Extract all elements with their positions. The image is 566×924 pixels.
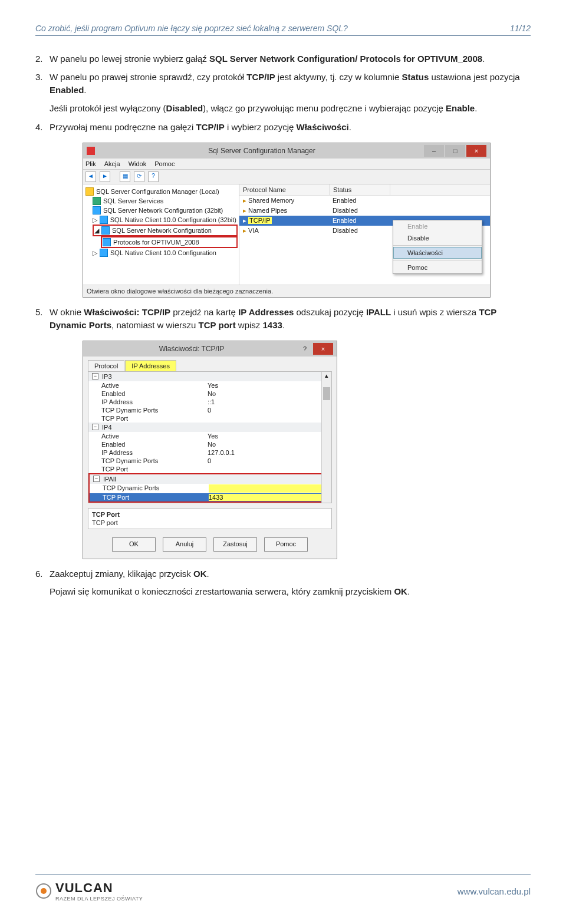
tree-item[interactable]: SQL Server Services xyxy=(84,196,238,206)
step-4: 4. Przywołaj menu podręczne na gałęzi TC… xyxy=(35,121,531,134)
page-footer: VULCAN RAZEM DLA LEPSZEJ OŚWIATY www.vul… xyxy=(35,874,531,902)
property-row[interactable]: TCP Dynamic Ports xyxy=(90,484,330,493)
refresh-icon[interactable]: ⟳ xyxy=(134,171,144,182)
section-header[interactable]: −IPAll xyxy=(90,474,330,484)
tree-item[interactable]: ▷SQL Native Client 10.0 Configuration xyxy=(84,248,238,258)
property-row[interactable]: TCP Port xyxy=(88,414,331,423)
t: przejdź na kartę xyxy=(170,307,238,317)
context-item-highlighted[interactable]: Właściwości xyxy=(393,247,482,259)
help-icon[interactable]: ? xyxy=(148,171,159,182)
collapse-icon[interactable]: − xyxy=(92,424,98,430)
tree-item[interactable]: SQL Server Configuration Manager (Local) xyxy=(84,187,238,196)
button-row: OK Anuluj Zastosuj Pomoc xyxy=(83,533,337,559)
tree-item[interactable]: SQL Server Network Configuration (32bit) xyxy=(84,206,238,215)
step-6: 6. Zaakceptuj zmiany, klikając przycisk … xyxy=(35,567,531,581)
status-bar: Otwiera okno dialogowe właściwości dla b… xyxy=(83,285,490,297)
t: OK xyxy=(394,586,407,596)
t: i wybierz pozycję xyxy=(225,122,297,132)
tree-item[interactable]: ▷SQL Native Client 10.0 Configuration (3… xyxy=(84,215,238,225)
section-header[interactable]: −IP4 xyxy=(88,423,331,432)
tab-ip-addresses[interactable]: IP Addresses xyxy=(125,360,176,371)
col-header[interactable]: Status xyxy=(330,184,390,195)
forward-icon[interactable]: ► xyxy=(100,171,110,182)
property-row[interactable]: EnabledNo xyxy=(88,390,331,398)
t: TCP/IP xyxy=(196,122,224,132)
t: Enabled xyxy=(50,85,84,95)
apply-button[interactable]: Zastosuj xyxy=(213,537,257,552)
step-5: 5. W oknie Właściwości: TCP/IP przejdź n… xyxy=(35,306,531,332)
scrollbar[interactable]: ▴ xyxy=(321,372,331,503)
close-button[interactable]: × xyxy=(313,343,333,355)
cancel-button[interactable]: Anuluj xyxy=(163,537,206,552)
config-manager-window: Sql Server Configuration Manager – □ × P… xyxy=(83,143,491,298)
close-button[interactable]: × xyxy=(466,145,486,157)
ok-button[interactable]: OK xyxy=(112,537,156,552)
window-title: Sql Server Configuration Manager xyxy=(100,147,424,155)
step-text: W panelu po prawej stronie sprawdź, czy … xyxy=(50,71,531,97)
t: W panelu po prawej stronie sprawdź, czy … xyxy=(50,72,246,82)
step-number: 3. xyxy=(35,71,50,97)
t: . xyxy=(482,54,485,64)
context-item[interactable]: Disable xyxy=(393,232,482,244)
tree-item-highlighted[interactable]: ◢SQL Server Network Configuration xyxy=(93,225,238,236)
help-button[interactable]: Pomoc xyxy=(264,537,308,552)
property-row[interactable]: IP Address::1 xyxy=(88,398,331,406)
t: IP Addresses xyxy=(238,307,294,317)
menu-item[interactable]: Akcja xyxy=(104,160,120,167)
collapse-icon[interactable]: − xyxy=(93,476,100,482)
t: jest aktywny, tj. czy w kolumnie xyxy=(275,72,402,82)
t: odszukaj pozycję xyxy=(294,307,366,317)
header-page: 11/12 xyxy=(510,24,531,33)
t: Status xyxy=(402,72,429,82)
app-icon xyxy=(87,147,95,155)
brand-tagline: RAZEM DLA LEPSZEJ OŚWIATY xyxy=(55,896,143,902)
property-row[interactable]: TCP Dynamic Ports0 xyxy=(88,406,331,414)
context-menu: Enable Disable Właściwości Pomoc xyxy=(393,220,482,274)
maximize-button[interactable]: □ xyxy=(445,145,465,157)
menu-bar: Plik Akcja Widok Pomoc xyxy=(83,159,490,170)
back-icon[interactable]: ◄ xyxy=(85,171,96,182)
context-item[interactable]: Enable xyxy=(393,220,482,232)
list-row[interactable]: ▸ Named PipesDisabled xyxy=(239,206,490,216)
property-row[interactable]: ActiveYes xyxy=(88,432,331,440)
t: W oknie xyxy=(50,307,84,317)
t: , natomiast w wierszu xyxy=(111,320,199,330)
property-row[interactable]: IP Address127.0.0.1 xyxy=(88,448,331,457)
step-6-note: Pojawi się komunikat o konieczności zres… xyxy=(50,585,531,599)
page-header: Co zrobić, jeśli program Optivum nie łąc… xyxy=(35,24,531,36)
t: . xyxy=(206,569,209,579)
t: IPALL xyxy=(366,307,391,317)
svg-point-1 xyxy=(41,888,47,894)
toolbar-icon[interactable]: ▦ xyxy=(120,171,130,182)
tab-protocol[interactable]: Protocol xyxy=(88,360,124,371)
context-item[interactable]: Pomoc xyxy=(393,262,482,273)
property-row[interactable]: TCP Dynamic Ports0 xyxy=(88,457,331,465)
col-header[interactable]: Protocol Name xyxy=(239,184,330,195)
menu-item[interactable]: Widok xyxy=(129,160,147,167)
t: . xyxy=(407,586,410,596)
t: i usuń wpis z wiersza xyxy=(391,307,479,317)
desc-title: TCP Port xyxy=(92,510,328,519)
property-row[interactable]: TCP Port xyxy=(88,465,331,473)
section-header[interactable]: −IP3 xyxy=(88,372,331,381)
list-row[interactable]: ▸ Shared MemoryEnabled xyxy=(239,196,490,206)
description-area: TCP Port TCP port xyxy=(88,508,332,529)
dialog-titlebar: Właściwości: TCP/IP ? × xyxy=(83,341,337,357)
help-button[interactable]: ? xyxy=(297,345,313,352)
menu-item[interactable]: Pomoc xyxy=(154,160,175,167)
minimize-button[interactable]: – xyxy=(424,145,444,157)
properties-dialog: Właściwości: TCP/IP ? × Protocol IP Addr… xyxy=(83,341,337,559)
collapse-icon[interactable]: − xyxy=(92,373,98,380)
property-row[interactable]: ActiveYes xyxy=(88,381,331,390)
property-row[interactable]: EnabledNo xyxy=(88,440,331,448)
t: Zaakceptuj zmiany, klikając przycisk xyxy=(50,569,193,579)
toolbar: ◄ ► ▦ ⟳ ? xyxy=(83,170,490,184)
t: Enable xyxy=(446,103,475,113)
header-title: Co zrobić, jeśli program Optivum nie łąc… xyxy=(35,24,348,33)
property-row-selected[interactable]: TCP Port1433 xyxy=(90,493,330,501)
t: 1433 xyxy=(263,320,282,330)
menu-item[interactable]: Plik xyxy=(85,160,96,167)
tab-bar: Protocol IP Addresses xyxy=(83,357,337,371)
tree-item-highlighted[interactable]: Protocols for OPTIVUM_2008 xyxy=(101,236,238,248)
brand-name: VULCAN xyxy=(55,880,143,896)
